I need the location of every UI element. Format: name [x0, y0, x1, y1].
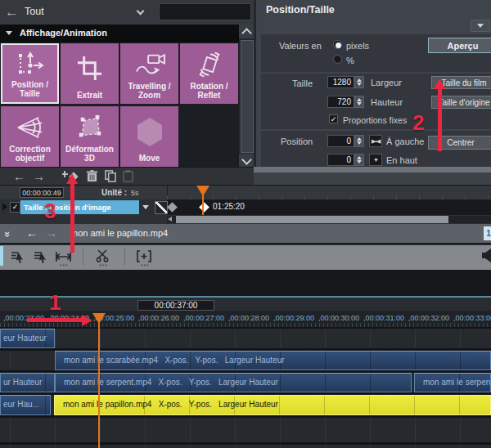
pixels-label[interactable]: pixels [346, 41, 369, 51]
insert-more-dots[interactable]: ... [141, 259, 150, 267]
curve-display-icon[interactable] [155, 201, 168, 214]
mouse-mode-all-button[interactable] [34, 250, 48, 267]
effects-category-dropdown[interactable]: Tout [25, 6, 44, 17]
curve-enabled-checkbox[interactable]: ✓ [10, 202, 20, 213]
annotation-arrow-2-head [434, 78, 445, 89]
proportions-label[interactable]: Proportions fixes [343, 115, 407, 125]
mouse-mode-single-button[interactable] [11, 250, 25, 267]
curve-name-chip[interactable]: Taille / position d'image [20, 200, 139, 214]
effect-tile-crop[interactable]: Extrait [61, 43, 119, 104]
a-gauche-label: À gauche [386, 137, 424, 146]
timeline-clip[interactable]: mon ami le serpent.mp4 X-pos. Y-pos. Lar… [55, 373, 412, 392]
align-horizontal-icon[interactable]: ▶•◀ [369, 135, 382, 147]
taille-label: Taille [292, 78, 313, 88]
next-keyframe-button[interactable]: → [33, 169, 45, 183]
keyframe-toolbar: ← → [0, 167, 254, 185]
toolbar-separator [83, 248, 83, 266]
effect-tile-lens-correction[interactable]: Correction objectif [1, 106, 59, 167]
timeline-clip[interactable]: ur Hauteur [0, 373, 55, 392]
timeline-clip[interactable]: mon ami le serpen [414, 373, 491, 392]
timeline-track-4[interactable]: eur Hau...mon ami le papillon.mp4 X-pos.… [0, 395, 491, 415]
timeline-track-5[interactable] [0, 418, 491, 442]
clip-label: eur Hauteur [3, 334, 47, 343]
radio-pixels[interactable] [333, 40, 342, 49]
apercu-button[interactable]: Aperçu [428, 38, 491, 53]
collapse-triangle-icon[interactable] [6, 31, 12, 35]
back-arrow-icon[interactable]: ← [5, 4, 19, 20]
ruler-label: ,00:00:26:00 [138, 314, 179, 322]
effect-tile-deformation-3d[interactable]: Déformation 3D [61, 106, 119, 167]
paste-keyframe-button[interactable] [123, 170, 133, 186]
effects-section-title: Affichage/Animation [20, 28, 107, 38]
collapse-double-chevron-icon[interactable]: » [2, 231, 14, 237]
annotation-step-3: 3 [44, 199, 56, 224]
previous-media-button[interactable]: ← [26, 226, 38, 240]
timeline-track-1[interactable]: eur Hauteur [0, 329, 491, 348]
annotation-arrow-1 [27, 318, 84, 322]
radio-percent[interactable] [333, 55, 342, 64]
delete-keyframe-button[interactable] [87, 170, 97, 186]
effect-tile-position-size[interactable]: Position / Taille [1, 43, 59, 104]
effects-search-input[interactable] [159, 3, 251, 20]
clip-label: mon ami le serpen [423, 378, 490, 387]
align-top-icon[interactable]: ▼ [369, 154, 382, 166]
duration-display[interactable]: 00:00:37:00 [137, 300, 214, 311]
y-pos-input[interactable]: 0 [327, 154, 354, 166]
keyframe-track[interactable]: 01:25:20 [167, 199, 491, 215]
effect-tile-rotation-reflet[interactable]: Rotation / Reflet [180, 43, 238, 104]
curve-dropdown-icon[interactable] [142, 205, 149, 209]
effects-scrollbar[interactable] [239, 25, 254, 168]
percent-label[interactable]: % [346, 56, 354, 65]
effect-tiles-grid: Position / TailleExtraitTravelling / Zoo… [0, 43, 239, 167]
x-pos-stepper[interactable] [354, 135, 364, 147]
keyframe-playhead-flag[interactable] [196, 186, 209, 196]
largeur-input[interactable]: 1280 [327, 76, 354, 88]
keyframe-diamond[interactable] [167, 202, 178, 213]
keyframe-timecode[interactable]: 00:00:00:49 [20, 187, 64, 198]
x-pos-input[interactable]: 0 [327, 135, 354, 147]
speaker-icon[interactable] [482, 249, 491, 266]
unite-value[interactable]: 5s [131, 189, 139, 197]
y-pos-stepper[interactable] [354, 154, 364, 166]
ruler-label: ,00:00:28:00 [228, 314, 269, 322]
hauteur-input[interactable]: 720 [327, 96, 354, 108]
expand-triangle-icon[interactable] [2, 203, 7, 211]
timeline-clip[interactable]: mon ami le papillon.mp4 X-pos. Y-pos. La… [54, 395, 491, 415]
clip-label: mon ami le scarabée.mp4 X-pos. Y-pos. La… [64, 356, 285, 365]
previous-keyframe-button[interactable]: ← [13, 169, 25, 183]
effect-tile-travelling-zoom[interactable]: Travelling / Zoom [120, 43, 178, 104]
timeline-clip[interactable]: eur Hau... [0, 395, 51, 415]
keyframe-scroll-thumb[interactable] [176, 216, 448, 223]
curve-row-left: ✓ Taille / position d'image [0, 199, 167, 215]
keyframe-hscrollbar[interactable] [167, 216, 491, 223]
timeline-clip[interactable]: mon ami le scarabée.mp4 X-pos. Y-pos. La… [55, 351, 491, 370]
stretch-more-dots[interactable]: ... [60, 259, 69, 267]
next-media-button[interactable]: → [46, 226, 57, 240]
timeline-track-3[interactable]: ur Hauteurmon ami le serpent.mp4 X-pos. … [0, 373, 491, 392]
largeur-stepper[interactable] [354, 76, 364, 88]
rotation-reflet-icon [194, 43, 225, 83]
cut-more-dots[interactable]: ... [99, 259, 108, 267]
effect-tile-label: Extrait [77, 92, 102, 105]
scroll-up-button[interactable] [239, 25, 254, 38]
annotation-arrow-3-head [66, 173, 78, 184]
crop-icon [74, 43, 105, 92]
scrollbar-thumb[interactable] [241, 40, 254, 153]
effects-section-header[interactable]: Affichage/Animation [0, 25, 239, 43]
keyframe-diamond[interactable] [199, 202, 209, 213]
media-name: mon ami le papillon.mp4 [70, 228, 168, 238]
copy-keyframe-button[interactable] [105, 170, 116, 186]
timeline-track-2[interactable]: mon ami le scarabée.mp4 X-pos. Y-pos. La… [0, 351, 491, 370]
effect-tile-move[interactable]: Move [120, 106, 178, 167]
chevron-down-icon[interactable] [137, 7, 145, 16]
timeline-clip[interactable]: eur Hauteur [0, 329, 55, 348]
lens-correction-icon [14, 106, 47, 146]
timeline-track-6[interactable] [0, 445, 491, 448]
panel-menu-button[interactable] [471, 20, 490, 32]
keyframe-time-label: 01:25:20 [213, 202, 245, 211]
proportions-checkbox[interactable]: ✓ [329, 114, 338, 123]
scroll-down-button[interactable] [239, 154, 254, 168]
scroll-left-icon[interactable] [168, 217, 172, 222]
panel-splitter[interactable] [254, 167, 491, 172]
hauteur-stepper[interactable] [354, 96, 364, 108]
